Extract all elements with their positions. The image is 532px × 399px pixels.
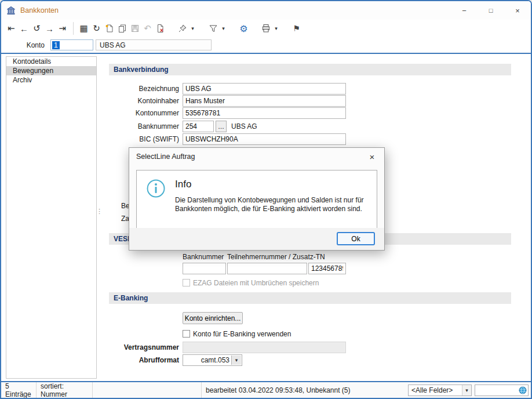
status-filter-combobox[interactable]: <Alle Felder> ▾ (408, 385, 472, 396)
window-title: Bankkonten (20, 6, 59, 14)
kontonummer-label: Kontonummer (109, 107, 179, 119)
sidebar: Kontodetails Bewegungen Archiv (6, 56, 97, 379)
status-filter-value: <Alle Felder> (411, 386, 453, 396)
last-record-button[interactable]: ⇥ (56, 21, 68, 35)
konto-name-field[interactable]: UBS AG (96, 39, 212, 50)
konto-einrichten-button[interactable]: Konto einrichten... (183, 312, 243, 324)
section-ebanking: E-Banking (109, 292, 511, 304)
bezeichnung-label: Bezeichnung (109, 83, 179, 95)
ezag-checkbox (183, 279, 190, 286)
dialog-heading: Info (175, 179, 191, 190)
konto-name-value: UBS AG (100, 41, 126, 49)
ebanking-verwenden-checkbox[interactable] (183, 330, 190, 338)
pin-button[interactable] (176, 21, 188, 35)
status-sort-order: sortiert: Nummer (37, 382, 93, 398)
sidebar-item-archiv[interactable]: Archiv (6, 75, 96, 85)
banknummer-input[interactable] (183, 121, 214, 132)
info-dialog: SelectLine Auftrag × Info Die Darstellun… (129, 147, 385, 251)
kontoinhaber-input[interactable] (183, 95, 346, 107)
globe-icon (519, 386, 527, 396)
abrufformat-dropdown-arrow[interactable]: ▾ (231, 356, 241, 365)
banknummer-bankname: UBS AG (231, 121, 257, 132)
vertragsnummer-input (183, 342, 346, 353)
vertragsnummer-label: Vertragsnummer (109, 342, 179, 353)
kontonummer-input[interactable] (183, 107, 346, 119)
filter-button[interactable] (207, 21, 219, 35)
dialog-ok-button[interactable]: Ok (337, 232, 375, 245)
konto-row: Konto 1 UBS AG (1, 37, 531, 54)
kontoinhaber-label: Kontoinhaber (109, 95, 179, 107)
revert-record-button[interactable]: ↺ (31, 21, 43, 35)
vesr-banknummer-input[interactable] (183, 263, 226, 274)
delete-record-button[interactable]: × (154, 21, 166, 35)
hidden-label-fragment-2: Za (121, 213, 129, 224)
undo-button[interactable]: ↶ (141, 21, 154, 35)
abrufformat-value: camt.053 (201, 355, 229, 365)
flag-button[interactable]: ⚑ (290, 21, 303, 35)
previous-record-button[interactable]: ← (18, 21, 30, 35)
dialog-title: SelectLine Auftrag (129, 148, 384, 165)
pin-dropdown-arrow[interactable]: ▾ (189, 21, 196, 35)
save-button[interactable] (129, 21, 141, 35)
svg-text:×: × (160, 27, 163, 34)
copy-record-button[interactable] (116, 21, 128, 35)
maximize-button[interactable]: □ (478, 1, 504, 20)
ezag-checkbox-label: EZAG Dateien mit Umbrüchen speichern (193, 279, 319, 287)
konto-label: Konto (1, 41, 45, 49)
next-record-button[interactable]: → (43, 21, 56, 35)
table-view-button[interactable]: ▦ (78, 21, 90, 35)
dialog-footer: Ok (129, 228, 384, 250)
status-last-edited: bearbeitet 03.04.2022 09:53:48, Unbekann… (202, 382, 408, 398)
new-record-button[interactable] (103, 21, 115, 35)
vesr-teilnehmer-input[interactable] (227, 263, 307, 274)
bezeichnung-input[interactable] (183, 83, 346, 95)
vesr-col-teilnehmer: Teilnehmernummer / Zusatz-TN (227, 252, 325, 262)
dialog-message: Die Darstellung von Kontobewegungen und … (175, 196, 377, 213)
konto-number-input[interactable]: 1 (50, 39, 93, 50)
close-button[interactable]: × (504, 1, 531, 20)
print-button[interactable] (260, 21, 272, 35)
status-entry-count: 5 Einträge (1, 382, 37, 398)
vesr-zusatz-input[interactable] (308, 263, 346, 274)
konto-number-value: 1 (52, 41, 60, 49)
abrufformat-label: Abrufformat (109, 354, 179, 366)
dialog-close-button[interactable]: × (360, 148, 384, 165)
bank-icon (6, 6, 16, 15)
bic-input[interactable] (183, 133, 346, 145)
minimize-button[interactable]: − (451, 1, 478, 20)
print-dropdown-arrow[interactable]: ▾ (272, 21, 280, 35)
splitter-handle[interactable]: ⋮ (96, 209, 100, 224)
refresh-button[interactable]: ↻ (90, 21, 103, 35)
banknummer-label: Banknummer (109, 121, 179, 132)
settings-gear-button[interactable]: ⚙ (238, 21, 250, 35)
statusbar: 5 Einträge sortiert: Nummer bearbeitet 0… (1, 381, 531, 398)
toolbar: ⇤ ← ↺ → ⇥ ▦ ↻ ↶ (1, 20, 531, 37)
info-icon (146, 179, 166, 200)
window-controls: − □ × (451, 1, 531, 20)
filter-dropdown-arrow[interactable]: ▾ (220, 21, 227, 35)
bic-label: BIC (SWIFT) (109, 133, 179, 145)
ebanking-verwenden-label: Konto für E-Banking verwenden (193, 330, 291, 338)
status-empty-segment (93, 382, 202, 398)
dialog-message-box: Info Die Darstellung von Kontobewegungen… (136, 170, 377, 229)
sidebar-item-kontodetails[interactable]: Kontodetails (6, 57, 96, 66)
toolbar-separator (73, 22, 74, 35)
status-filter-dropdown-arrow[interactable]: ▾ (462, 385, 471, 396)
sidebar-item-bewegungen[interactable]: Bewegungen (6, 66, 96, 75)
abrufformat-combobox[interactable]: camt.053 ▾ (183, 354, 242, 366)
banknummer-browse-button[interactable]: … (216, 121, 227, 132)
vesr-col-banknummer: Banknummer (183, 252, 224, 262)
titlebar: Bankkonten − □ × (1, 1, 531, 20)
bankkonten-window: Bankkonten − □ × ⇤ ← ↺ → ⇥ ▦ ↻ (0, 0, 532, 399)
status-search-field[interactable] (475, 385, 529, 396)
first-record-button[interactable]: ⇤ (5, 21, 17, 35)
section-bankverbindung: Bankverbindung (109, 64, 511, 75)
